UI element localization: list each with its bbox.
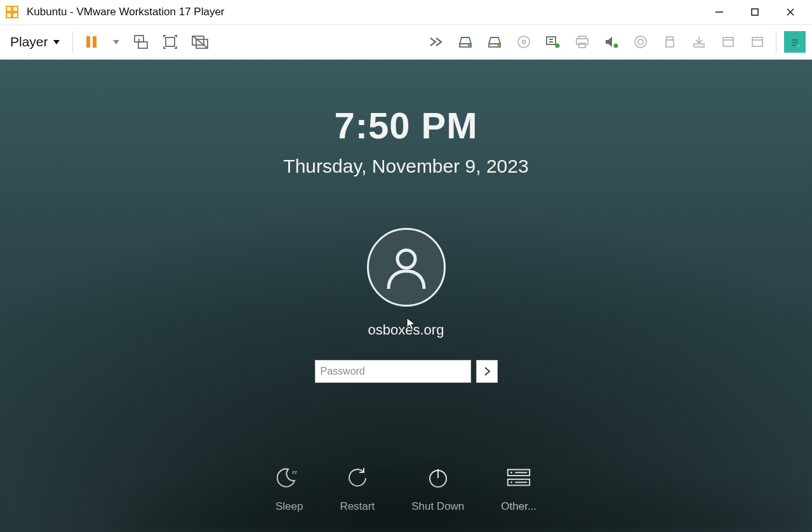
- download-tools-icon[interactable]: [688, 31, 710, 53]
- window-minimize-button[interactable]: [702, 1, 737, 23]
- other-sessions-button[interactable]: Other...: [501, 465, 536, 513]
- window-close-button[interactable]: [773, 1, 808, 23]
- other-label: Other...: [501, 500, 536, 513]
- send-ctrl-alt-del-button[interactable]: [130, 31, 152, 53]
- svg-rect-31: [723, 37, 733, 46]
- svg-rect-2: [752, 9, 758, 15]
- user-block: osboxes.org: [0, 228, 812, 383]
- window-titlebar: Kubuntu - VMware Workstation 17 Player: [0, 0, 812, 24]
- svg-rect-24: [579, 43, 585, 48]
- usb-icon[interactable]: [659, 31, 681, 53]
- svg-rect-8: [138, 42, 147, 48]
- pause-vm-button[interactable]: [81, 31, 102, 53]
- restart-button[interactable]: Restart: [340, 465, 375, 513]
- session-actions: zz Sleep Restart Shut Down: [0, 465, 812, 513]
- sleep-icon: zz: [276, 465, 303, 491]
- window-title: Kubuntu - VMware Workstation 17 Player: [27, 6, 225, 18]
- toolbar-divider: [72, 31, 73, 53]
- guest-lockscreen: 7:50 PM Thursday, November 9, 2023 osbox…: [0, 60, 812, 532]
- box-2-icon[interactable]: [747, 31, 768, 53]
- svg-rect-29: [666, 40, 674, 47]
- user-avatar: [367, 228, 446, 307]
- sleep-label: Sleep: [276, 500, 303, 513]
- svg-point-25: [614, 44, 618, 48]
- printer-icon[interactable]: [571, 31, 593, 53]
- svg-point-18: [518, 36, 529, 48]
- hard-disk-2-icon[interactable]: [484, 31, 505, 53]
- window-maximize-button[interactable]: [737, 1, 773, 23]
- shutdown-label: Shut Down: [411, 500, 464, 513]
- toolbar-divider: [776, 31, 776, 53]
- power-icon: [425, 465, 451, 491]
- svg-point-39: [397, 250, 415, 268]
- svg-rect-30: [694, 44, 704, 47]
- svg-rect-10: [166, 37, 175, 46]
- clock-date: Thursday, November 9, 2023: [0, 156, 812, 177]
- sound-icon[interactable]: [601, 31, 622, 53]
- other-icon: [505, 465, 532, 491]
- password-row: [315, 360, 498, 383]
- notes-button[interactable]: [784, 31, 806, 53]
- svg-point-15: [468, 44, 470, 47]
- svg-point-26: [635, 36, 646, 48]
- login-submit-button[interactable]: [476, 360, 498, 383]
- svg-rect-33: [752, 37, 762, 46]
- fullscreen-button[interactable]: [159, 31, 181, 53]
- unity-mode-button[interactable]: [189, 31, 210, 53]
- vmware-toolbar: Player: [0, 24, 812, 60]
- svg-point-21: [556, 44, 560, 48]
- svg-point-45: [510, 472, 512, 474]
- power-menu-dropdown[interactable]: [110, 31, 123, 53]
- box-1-icon[interactable]: [717, 31, 739, 53]
- vmware-app-icon: [4, 4, 20, 20]
- player-menu[interactable]: Player: [6, 33, 65, 51]
- svg-line-13: [193, 36, 207, 48]
- network-adapter-icon[interactable]: [542, 31, 564, 53]
- svg-point-27: [638, 39, 643, 44]
- username-label: osboxes.org: [368, 322, 444, 338]
- player-menu-label: Player: [10, 34, 48, 50]
- password-input[interactable]: [315, 360, 471, 383]
- shutdown-button[interactable]: Shut Down: [411, 465, 464, 513]
- restart-label: Restart: [340, 500, 375, 513]
- sleep-button[interactable]: zz Sleep: [276, 465, 303, 513]
- svg-text:zz: zz: [292, 469, 297, 475]
- clock-time: 7:50 PM: [0, 104, 812, 147]
- svg-point-46: [510, 481, 512, 483]
- clock: 7:50 PM Thursday, November 9, 2023: [0, 104, 812, 177]
- svg-point-19: [522, 41, 526, 44]
- camera-disc-icon[interactable]: [630, 31, 651, 53]
- hard-disk-1-icon[interactable]: [455, 31, 476, 53]
- restart-icon: [344, 465, 371, 491]
- cd-dvd-icon[interactable]: [513, 31, 535, 53]
- svg-point-17: [497, 44, 500, 47]
- svg-rect-5: [86, 36, 90, 48]
- fast-forward-icon[interactable]: [425, 31, 447, 53]
- svg-rect-6: [93, 36, 97, 48]
- svg-rect-20: [547, 37, 556, 44]
